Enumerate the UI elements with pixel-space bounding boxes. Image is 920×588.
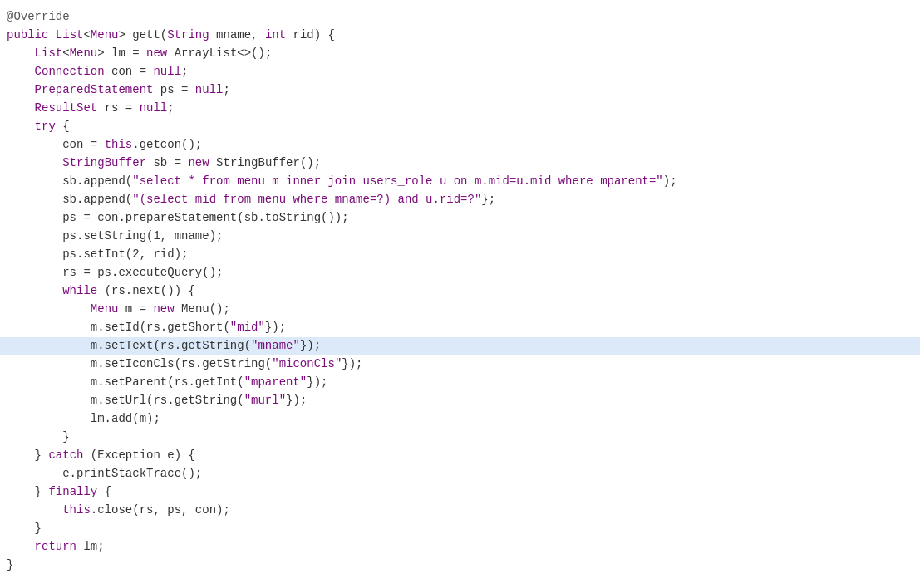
code-token-plain: } <box>7 485 48 498</box>
code-token-type: StringBuffer <box>62 156 146 169</box>
code-token-str: "(select mid from menu where mname=?) an… <box>132 193 481 206</box>
code-token-plain <box>48 28 55 42</box>
code-token-kw: new <box>146 47 167 60</box>
line-content: @Override <box>0 8 920 27</box>
code-line: m.setParent(rs.getInt("mparent"}); <box>0 374 920 392</box>
code-token-plain <box>7 302 91 316</box>
code-token-plain: { <box>56 120 70 133</box>
code-token-plain: < <box>83 28 90 42</box>
code-token-plain: sb = <box>146 156 188 169</box>
line-content: lm.add(m); <box>0 410 920 429</box>
code-token-plain <box>7 101 35 115</box>
code-token-plain <box>7 503 62 517</box>
code-line: } catch (Exception e) { <box>0 447 920 465</box>
code-token-type: int <box>265 28 286 42</box>
code-token-plain: sb.append( <box>7 193 132 206</box>
line-content: e.printStackTrace(); <box>0 465 920 483</box>
line-content: Connection con = null; <box>0 63 920 81</box>
line-content: } <box>0 429 920 447</box>
code-token-kw: new <box>188 156 209 169</box>
code-token-plain: ArrayList<>(); <box>167 47 272 60</box>
code-token-plain: > gett( <box>118 28 167 42</box>
code-token-plain: ); <box>663 174 684 188</box>
code-line: try { <box>0 118 920 136</box>
code-token-plain: ; <box>181 65 188 78</box>
code-token-plain: StringBuffer(); <box>209 156 321 169</box>
code-token-plain: m.setParent(rs.getInt( <box>7 375 244 389</box>
code-token-kw: null <box>153 65 181 78</box>
code-token-plain: .close(rs, ps, con); <box>91 503 230 517</box>
line-content: } finally { <box>0 483 920 502</box>
line-content: m.setText(rs.getString("mname"}); <box>0 337 920 355</box>
code-token-str: "murl" <box>244 394 286 407</box>
code-token-str: "miconCls" <box>272 357 342 370</box>
code-token-plain: { <box>97 485 111 498</box>
line-content: } catch (Exception e) { <box>0 447 920 465</box>
code-line: public List<Menu> gett(String mname, int… <box>0 27 920 45</box>
code-token-plain: lm; <box>76 540 105 553</box>
line-content: m.setIconCls(rs.getString("miconCls"}); <box>0 355 920 374</box>
code-line: } <box>0 556 920 575</box>
code-token-kw: while <box>62 284 97 297</box>
code-token-plain: rid) { <box>286 28 335 42</box>
code-token-str: "select * from menu m inner join users_r… <box>132 174 663 188</box>
code-line: } finally { <box>0 483 920 502</box>
line-content: try { <box>0 118 920 136</box>
code-token-kw: try <box>35 120 56 133</box>
code-line: return lm; <box>0 538 920 556</box>
code-token-plain: Menu(); <box>175 302 230 316</box>
code-token-plain: ; <box>223 83 229 96</box>
code-token-type: ResultSet <box>35 101 98 115</box>
code-token-kw: this <box>62 503 91 517</box>
code-line: ps.setString(1, mname); <box>0 228 920 246</box>
code-line: m.setId(rs.getShort("mid"}); <box>0 319 920 337</box>
code-token-kw: public <box>7 28 48 42</box>
line-content: m.setUrl(rs.getString("murl"}); <box>0 392 920 410</box>
code-token-plain <box>7 156 62 169</box>
code-token-kw: catch <box>48 448 83 462</box>
code-token-plain: mname, <box>209 28 265 42</box>
line-content: List<Menu> lm = new ArrayList<>(); <box>0 45 920 63</box>
code-token-type: String <box>167 28 209 42</box>
code-line: while (rs.next()) { <box>0 282 920 301</box>
line-content: ResultSet rs = null; <box>0 100 920 118</box>
code-token-plain: con = <box>105 65 154 78</box>
code-token-plain: }); <box>307 375 327 389</box>
line-content: rs = ps.executeQuery(); <box>0 264 920 282</box>
code-token-plain: }); <box>265 321 286 334</box>
code-token-plain <box>7 284 62 297</box>
code-token-type: Menu <box>91 28 119 42</box>
code-token-plain: rs = ps.executeQuery(); <box>7 266 223 279</box>
code-token-plain: sb.append( <box>7 174 132 188</box>
code-token-str: "mparent" <box>244 375 307 389</box>
code-line: rs = ps.executeQuery(); <box>0 264 920 282</box>
line-content: ps = con.prepareStatement(sb.toString())… <box>0 209 920 228</box>
code-token-plain: } <box>7 430 70 443</box>
code-line: m.setIconCls(rs.getString("miconCls"}); <box>0 355 920 374</box>
code-token-plain: m.setUrl(rs.getString( <box>7 394 244 407</box>
code-token-str: "mid" <box>230 321 265 334</box>
code-token-kw: new <box>153 302 174 316</box>
code-line: } <box>0 429 920 447</box>
code-token-plain: e.printStackTrace(); <box>7 467 202 480</box>
code-token-plain: (Exception e) { <box>83 448 194 462</box>
code-token-plain <box>7 47 35 60</box>
code-line: sb.append("select * from menu m inner jo… <box>0 173 920 191</box>
code-line: PreparedStatement ps = null; <box>0 81 920 100</box>
code-token-plain: > lm = <box>97 47 146 60</box>
code-token-plain: < <box>62 47 69 60</box>
code-token-plain: } <box>7 522 42 535</box>
line-content: ps.setInt(2, rid); <box>0 246 920 264</box>
code-line: } <box>0 520 920 538</box>
line-content: PreparedStatement ps = null; <box>0 81 920 100</box>
code-line: ResultSet rs = null; <box>0 100 920 118</box>
code-token-plain: } <box>7 558 13 571</box>
line-content: public List<Menu> gett(String mname, int… <box>0 27 920 45</box>
code-line: @Override <box>0 8 920 27</box>
code-token-plain: (rs.next()) { <box>97 284 195 297</box>
code-token-plain: rs = <box>97 101 139 115</box>
line-content: } <box>0 556 920 575</box>
line-content: sb.append("select * from menu m inner jo… <box>0 173 920 191</box>
line-content: StringBuffer sb = new StringBuffer(); <box>0 154 920 173</box>
code-token-plain: }); <box>286 394 307 407</box>
